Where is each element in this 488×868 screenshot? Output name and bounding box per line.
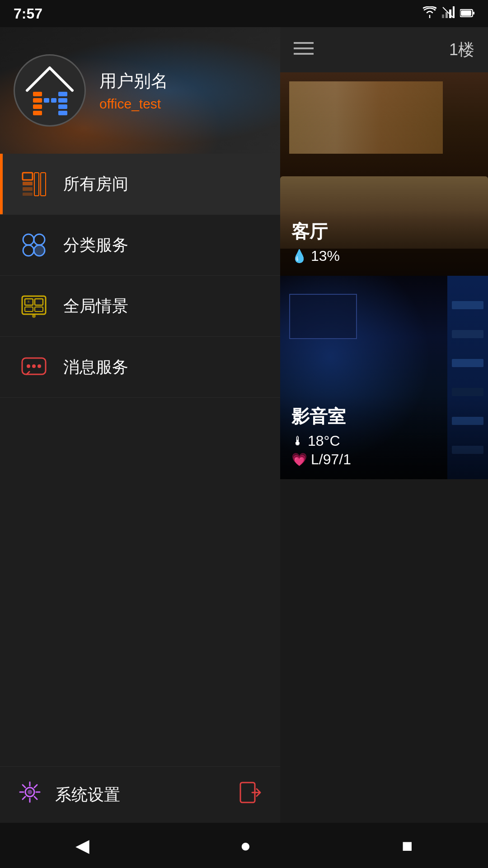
sidebar-item-category-service[interactable]: 分类服务 (0, 215, 280, 276)
svg-rect-2 (446, 12, 448, 18)
user-label: 用户别名 (99, 70, 168, 93)
user-info: 用户别名 office_test (99, 70, 168, 112)
svg-point-38 (32, 364, 36, 368)
signal-icon (442, 6, 455, 21)
message-service-icon (18, 351, 50, 383)
svg-point-34 (32, 314, 36, 318)
svg-point-41 (28, 790, 32, 794)
svg-rect-16 (58, 98, 67, 103)
living-room-name: 客厅 (291, 219, 477, 244)
settings-item[interactable]: 系统设置 (18, 780, 120, 809)
logo-inner (20, 61, 79, 120)
svg-rect-24 (41, 173, 46, 196)
svg-point-25 (23, 234, 34, 245)
svg-rect-1 (442, 14, 444, 18)
humidity-icon: 💧 (291, 249, 307, 264)
nav-back-button[interactable]: ◀ (75, 835, 89, 856)
nav-home-button[interactable]: ● (240, 835, 251, 856)
temperature-stat: 🌡 18°C (291, 433, 477, 449)
svg-rect-12 (33, 111, 42, 115)
right-panel: 1楼 客厅 💧 13% (280, 27, 488, 823)
svg-rect-10 (33, 98, 42, 103)
status-icons: ? (423, 6, 474, 21)
sidebar-item-all-rooms[interactable]: 所有房间 (0, 154, 280, 215)
svg-rect-18 (58, 111, 67, 115)
health-value: L/97/1 (311, 451, 351, 468)
category-service-icon (18, 229, 50, 261)
nav-bar: ◀ ● ■ (0, 823, 488, 868)
shelf-item-1 (452, 301, 483, 309)
settings-label: 系统设置 (55, 784, 120, 806)
all-rooms-label: 所有房间 (63, 173, 128, 195)
nav-recent-button[interactable]: ■ (402, 835, 413, 856)
svg-rect-17 (58, 104, 67, 109)
svg-rect-22 (23, 193, 33, 196)
user-name: office_test (99, 96, 168, 112)
svg-rect-23 (34, 173, 39, 196)
room-card-living-room[interactable]: 客厅 💧 13% (280, 72, 488, 276)
sidebar-menu: 所有房间 分类服务 (0, 154, 280, 766)
global-scene-icon: ≡ (18, 290, 50, 322)
svg-point-37 (27, 364, 30, 368)
all-rooms-icon (18, 168, 50, 200)
svg-rect-9 (33, 92, 42, 96)
sidebar: 用户别名 office_test 所有房间 (0, 27, 280, 823)
right-topbar: 1楼 (280, 27, 488, 72)
svg-rect-7 (473, 12, 474, 14)
floor-label: 1楼 (449, 39, 474, 61)
humidity-value: 13% (311, 248, 340, 264)
theater-overlay: 影音室 🌡 18°C 💗 L/97/1 (280, 395, 488, 479)
temp-icon: 🌡 (291, 434, 304, 448)
svg-line-5 (443, 7, 454, 18)
battery-icon (460, 7, 474, 21)
heart-icon: 💗 (291, 452, 307, 467)
svg-point-27 (23, 245, 34, 256)
logout-button[interactable] (239, 781, 262, 809)
svg-point-28 (34, 245, 45, 256)
svg-rect-21 (23, 187, 33, 191)
svg-rect-11 (33, 104, 42, 109)
temperature-value: 18°C (308, 433, 340, 449)
svg-text:?: ? (433, 6, 436, 12)
rooms-list: 客厅 💧 13% (280, 72, 488, 823)
app-logo (14, 54, 86, 127)
living-room-stats: 💧 13% (291, 248, 477, 264)
sidebar-footer: 系统设置 (0, 766, 280, 823)
screen-frame (289, 294, 357, 339)
shelf-item-3 (452, 359, 483, 367)
status-bar: 7:57 ? (0, 0, 488, 27)
hamburger-button[interactable] (294, 40, 314, 60)
humidity-stat: 💧 13% (291, 248, 477, 264)
svg-rect-32 (25, 307, 33, 311)
theater-name: 影音室 (291, 404, 477, 429)
svg-rect-14 (51, 98, 56, 103)
sidebar-item-message-service[interactable]: 消息服务 (0, 337, 280, 398)
health-stat: 💗 L/97/1 (291, 451, 477, 468)
room-card-theater[interactable]: 影音室 🌡 18°C 💗 L/97/1 (280, 276, 488, 479)
category-service-label: 分类服务 (63, 234, 128, 256)
wifi-icon: ? (423, 6, 436, 21)
svg-point-26 (34, 234, 45, 245)
wall-panel (289, 81, 443, 154)
settings-icon (18, 780, 42, 809)
theater-stats: 🌡 18°C 💗 L/97/1 (291, 433, 477, 468)
svg-rect-31 (35, 299, 43, 305)
svg-rect-20 (23, 182, 33, 185)
shelf-item-2 (452, 330, 483, 338)
svg-rect-33 (35, 307, 43, 311)
main-container: 用户别名 office_test 所有房间 (0, 27, 488, 823)
global-scene-label: 全局情景 (63, 295, 128, 317)
status-time: 7:57 (14, 5, 42, 22)
svg-rect-19 (23, 173, 33, 180)
sidebar-header: 用户别名 office_test (0, 27, 280, 154)
svg-text:≡: ≡ (28, 300, 30, 304)
sidebar-item-global-scene[interactable]: ≡ 全局情景 (0, 276, 280, 337)
living-room-overlay: 客厅 💧 13% (280, 210, 488, 276)
svg-rect-13 (44, 98, 49, 103)
message-service-label: 消息服务 (63, 356, 128, 378)
svg-rect-4 (453, 6, 455, 18)
svg-rect-8 (461, 10, 471, 16)
svg-rect-15 (58, 92, 67, 96)
svg-point-39 (38, 364, 41, 368)
